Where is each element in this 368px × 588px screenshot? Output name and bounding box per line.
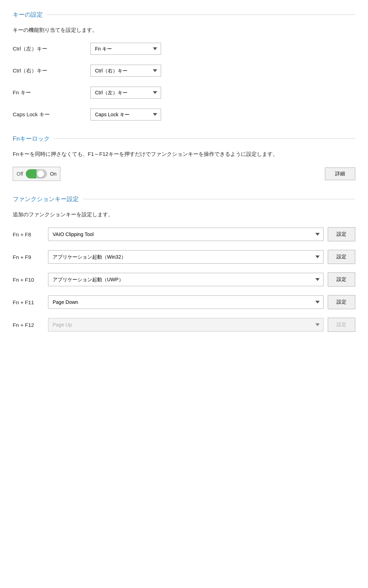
ctrl-left-row: Ctrl（左）キー Fn キー Ctrl（左）キー — [13, 43, 355, 55]
fn-lock-header: Fnキーロック — [13, 135, 355, 143]
fn-f10-set-button[interactable]: 設定 — [328, 272, 355, 287]
fn-f9-set-button[interactable]: 設定 — [328, 250, 355, 264]
fn-key-settings-divider — [83, 199, 355, 199]
fn-lock-description: Fnキーを同時に押さなくても、F1～F12キーを押すだけでファンクションキーを操… — [13, 150, 355, 158]
fn-lock-toggle-row: Off On 詳細 — [13, 167, 355, 181]
detail-button[interactable]: 詳細 — [325, 167, 355, 180]
ctrl-right-row: Ctrl（右）キー Ctrl（右）キー Fn キー — [13, 65, 355, 77]
fn-f12-select[interactable]: Page Up — [48, 318, 324, 331]
fn-key-settings-section: ファンクションキー設定 追加のファンクションキーを設定します。 Fn + F8 … — [13, 195, 355, 332]
toggle-on-label: On — [50, 171, 57, 177]
key-settings-header: キーの設定 — [13, 11, 355, 19]
fn-lock-section: Fnキーロック Fnキーを同時に押さなくても、F1～F12キーを押すだけでファン… — [13, 135, 355, 181]
fn-f9-label: Fn + F9 — [13, 254, 48, 260]
fn-lock-toggle[interactable] — [26, 169, 47, 178]
fn-lock-title: Fnキーロック — [13, 135, 50, 143]
fn-f8-row: Fn + F8 VAIO Clipping Tool 設定 — [13, 227, 355, 241]
toggle-off-label: Off — [17, 171, 23, 177]
caps-lock-row: Caps Lock キー Caps Lock キー Fn キー — [13, 108, 355, 120]
fn-key-settings-title: ファンクションキー設定 — [13, 195, 79, 203]
key-settings-description: キーの機能割り当てを設定します。 — [13, 26, 355, 34]
ctrl-right-select[interactable]: Ctrl（右）キー Fn キー — [90, 65, 161, 77]
fn-f12-set-button[interactable]: 設定 — [328, 318, 355, 332]
ctrl-left-select[interactable]: Fn キー Ctrl（左）キー — [90, 43, 161, 55]
key-settings-title: キーの設定 — [13, 11, 43, 19]
fn-f9-select[interactable]: アプリケーション起動（Win32） — [48, 250, 324, 264]
fn-f10-label: Fn + F10 — [13, 277, 48, 283]
fn-lock-toggle-container[interactable]: Off On — [13, 167, 60, 181]
ctrl-left-label: Ctrl（左）キー — [13, 46, 90, 52]
fn-f12-row: Fn + F12 Page Up 設定 — [13, 318, 355, 332]
fn-f11-row: Fn + F11 Page Down 設定 — [13, 295, 355, 309]
fn-key-label: Fn キー — [13, 89, 90, 96]
toggle-track — [26, 169, 47, 178]
fn-f11-label: Fn + F11 — [13, 299, 48, 305]
caps-lock-select[interactable]: Caps Lock キー Fn キー — [90, 108, 161, 120]
ctrl-right-label: Ctrl（右）キー — [13, 67, 90, 74]
caps-lock-label: Caps Lock キー — [13, 111, 90, 118]
key-settings-divider — [47, 14, 355, 15]
fn-key-settings-description: 追加のファンクションキーを設定します。 — [13, 210, 355, 219]
fn-key-row: Fn キー Ctrl（左）キー Fn キー — [13, 87, 355, 99]
fn-lock-divider — [54, 139, 355, 139]
fn-f10-row: Fn + F10 アプリケーション起動（UWP） 設定 — [13, 272, 355, 287]
fn-f11-select[interactable]: Page Down — [48, 295, 324, 309]
fn-f8-select[interactable]: VAIO Clipping Tool — [48, 228, 324, 241]
key-settings-section: キーの設定 キーの機能割り当てを設定します。 Ctrl（左）キー Fn キー C… — [13, 11, 355, 120]
fn-key-settings-header: ファンクションキー設定 — [13, 195, 355, 203]
fn-f8-label: Fn + F8 — [13, 231, 48, 237]
toggle-thumb — [37, 170, 44, 177]
fn-key-select[interactable]: Ctrl（左）キー Fn キー — [90, 87, 161, 99]
fn-f10-select[interactable]: アプリケーション起動（UWP） — [48, 273, 324, 286]
fn-f12-label: Fn + F12 — [13, 322, 48, 328]
fn-f11-set-button[interactable]: 設定 — [328, 295, 355, 309]
fn-f9-row: Fn + F9 アプリケーション起動（Win32） 設定 — [13, 250, 355, 264]
fn-f8-set-button[interactable]: 設定 — [328, 227, 355, 241]
